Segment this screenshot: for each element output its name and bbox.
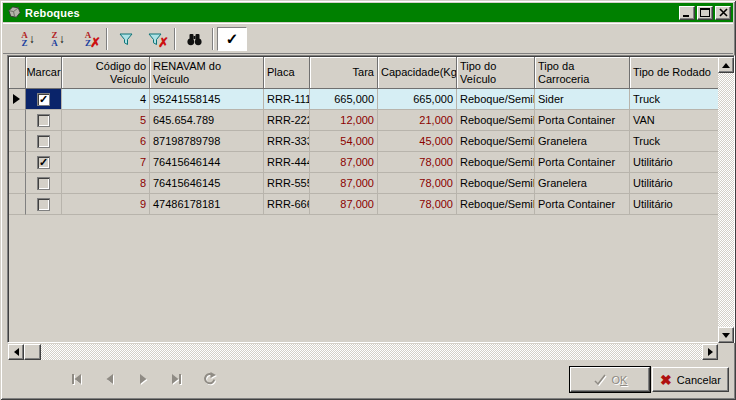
cell-tipo_veiculo[interactable]: Reboque/SemiF [457, 173, 535, 194]
titlebar[interactable]: Reboques [3, 3, 733, 22]
sort-ascending-button[interactable]: AZ ↓ [13, 27, 43, 51]
cell-codigo[interactable]: 4 [62, 89, 150, 110]
table-row[interactable]: 947486178181RRR-66687,00078,000Reboque/S… [9, 194, 718, 215]
table-row[interactable]: ✓776415646144RRR-44487,00078,000Reboque/… [9, 152, 718, 173]
marcar-checkbox[interactable]: ✓ [37, 156, 50, 169]
cell-codigo[interactable]: 5 [62, 110, 150, 131]
cell-tipo_rodado[interactable]: Truck [630, 131, 718, 152]
cancel-button[interactable]: ✖ Cancelar [652, 367, 729, 392]
cell-tipo_rodado[interactable]: Truck [630, 89, 718, 110]
clear-sort-button[interactable]: AZ ✗ [73, 27, 103, 51]
marcar-checkbox[interactable] [37, 177, 50, 190]
sort-descending-button[interactable]: ZA ↓ [43, 27, 73, 51]
scroll-right-button[interactable] [702, 344, 718, 360]
cell-tipo_rodado[interactable]: Utilitário [630, 173, 718, 194]
cell-marcar[interactable] [26, 194, 62, 215]
cell-renavam[interactable]: 47486178181 [150, 194, 264, 215]
marcar-checkbox[interactable] [37, 135, 50, 148]
cell-marcar[interactable]: ✓ [26, 89, 62, 110]
cell-codigo[interactable]: 6 [62, 131, 150, 152]
table-row[interactable]: 687198789798RRR-33354,00045,000Reboque/S… [9, 131, 718, 152]
cell-tipo_carroceria[interactable]: Granelera [535, 131, 630, 152]
column-header-renavam[interactable]: RENAVAM do Veículo [150, 57, 264, 89]
marcar-checkbox[interactable]: ✓ [37, 93, 50, 106]
cell-marcar[interactable] [26, 110, 62, 131]
nav-prior-button[interactable] [97, 366, 123, 392]
column-header-tipo_veiculo[interactable]: Tipo do Veículo [457, 57, 535, 89]
find-button[interactable] [179, 27, 209, 51]
cell-capacidade[interactable]: 78,000 [378, 173, 457, 194]
cell-tipo_carroceria[interactable]: Sider [535, 89, 630, 110]
scroll-down-button[interactable] [718, 327, 734, 343]
horizontal-scroll-track[interactable] [41, 344, 702, 360]
cell-placa[interactable]: RRR-111 [264, 89, 310, 110]
cell-tipo_veiculo[interactable]: Reboque/SemiF [457, 131, 535, 152]
scroll-left-button[interactable] [8, 344, 24, 360]
horizontal-scroll-thumb[interactable] [24, 344, 41, 360]
cell-tipo_veiculo[interactable]: Reboque/SemiF [457, 152, 535, 173]
cell-tara[interactable]: 665,000 [310, 89, 378, 110]
column-header-marcar[interactable]: Marcar [26, 57, 62, 89]
cell-tipo_veiculo[interactable]: Reboque/SemiF [457, 110, 535, 131]
cell-tipo_carroceria[interactable]: Porta Container [535, 110, 630, 131]
column-header-capacidade[interactable]: Capacidade(Kg) [378, 57, 457, 89]
cell-renavam[interactable]: 95241558145 [150, 89, 264, 110]
scroll-up-button[interactable] [718, 57, 734, 73]
cell-capacidade[interactable]: 45,000 [378, 131, 457, 152]
cell-renavam[interactable]: 645.654.789 [150, 110, 264, 131]
cell-capacidade[interactable]: 21,000 [378, 110, 457, 131]
cell-tipo_rodado[interactable]: Utilitário [630, 152, 718, 173]
nav-first-button[interactable] [64, 366, 90, 392]
cell-marcar[interactable]: ✓ [26, 152, 62, 173]
cell-marcar[interactable] [26, 131, 62, 152]
marcar-checkbox[interactable] [37, 114, 50, 127]
cell-renavam[interactable]: 87198789798 [150, 131, 264, 152]
cell-codigo[interactable]: 8 [62, 173, 150, 194]
cell-renavam[interactable]: 76415646145 [150, 173, 264, 194]
vertical-scrollbar[interactable] [718, 57, 734, 343]
cell-tipo_carroceria[interactable]: Porta Container [535, 152, 630, 173]
cell-tipo_carroceria[interactable]: Porta Container [535, 194, 630, 215]
cell-renavam[interactable]: 76415646144 [150, 152, 264, 173]
nav-last-button[interactable] [163, 366, 189, 392]
cell-tipo_carroceria[interactable]: Granelera [535, 173, 630, 194]
maximize-button[interactable] [697, 6, 713, 20]
cell-tara[interactable]: 54,000 [310, 131, 378, 152]
column-header-tipo_rodado[interactable]: Tipo de Rodado [630, 57, 718, 89]
confirm-button[interactable]: ✓ [217, 27, 247, 51]
table-row[interactable]: ✓495241558145RRR-111665,000665,000Reboqu… [9, 89, 718, 110]
column-header-placa[interactable]: Placa [264, 57, 310, 89]
cell-marcar[interactable] [26, 173, 62, 194]
cell-tipo_rodado[interactable]: Utilitário [630, 194, 718, 215]
close-button[interactable] [715, 6, 731, 20]
cell-tara[interactable]: 87,000 [310, 194, 378, 215]
cell-placa[interactable]: RRR-444 [264, 152, 310, 173]
column-header-tara[interactable]: Tara [310, 57, 378, 89]
cell-tara[interactable]: 87,000 [310, 152, 378, 173]
cell-codigo[interactable]: 9 [62, 194, 150, 215]
clear-filter-button[interactable]: ✗ [141, 27, 171, 51]
cell-tipo_veiculo[interactable]: Reboque/SemiF [457, 194, 535, 215]
cell-tara[interactable]: 12,000 [310, 110, 378, 131]
table-row[interactable]: 5645.654.789RRR-22212,00021,000Reboque/S… [9, 110, 718, 131]
cell-placa[interactable]: RRR-666 [264, 194, 310, 215]
cell-tara[interactable]: 87,000 [310, 173, 378, 194]
cell-tipo_rodado[interactable]: VAN [630, 110, 718, 131]
filter-button[interactable] [111, 27, 141, 51]
cell-placa[interactable]: RRR-333 [264, 131, 310, 152]
nav-next-button[interactable] [130, 366, 156, 392]
ok-button[interactable]: OK [570, 367, 650, 392]
cell-capacidade[interactable]: 665,000 [378, 89, 457, 110]
cell-capacidade[interactable]: 78,000 [378, 194, 457, 215]
cell-capacidade[interactable]: 78,000 [378, 152, 457, 173]
cell-codigo[interactable]: 7 [62, 152, 150, 173]
horizontal-scrollbar[interactable] [8, 344, 718, 360]
table-row[interactable]: 876415646145RRR-55587,00078,000Reboque/S… [9, 173, 718, 194]
column-header-tipo_carroceria[interactable]: Tipo da Carroceria [535, 57, 630, 89]
vertical-scroll-track[interactable] [718, 73, 734, 327]
marcar-checkbox[interactable] [37, 198, 50, 211]
minimize-button[interactable] [679, 6, 695, 20]
cell-tipo_veiculo[interactable]: Reboque/SemiF [457, 89, 535, 110]
nav-refresh-button[interactable] [196, 366, 222, 392]
column-header-codigo[interactable]: Código do Veículo [62, 57, 150, 89]
